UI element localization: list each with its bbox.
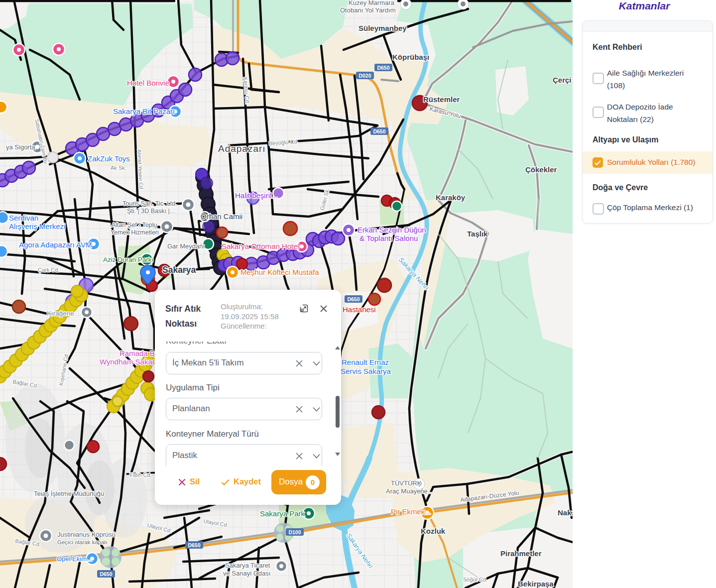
svg-text:Touris San. Tic. Ltd.: Touris San. Tic. Ltd. (122, 200, 177, 207)
svg-text:Geçici olarak kapalı: Geçici olarak kapalı (57, 539, 107, 545)
svg-text:Nak...: Nak... (558, 508, 573, 517)
svg-text:D100: D100 (288, 529, 301, 535)
svg-text:Kozluk: Kozluk (421, 527, 446, 535)
svg-text:Şti. | 3D Baskı |...: Şti. | 3D Baskı |... (127, 208, 175, 215)
svg-text:Serdivan: Serdivan (9, 214, 38, 222)
svg-text:Renault Ernaz: Renault Ernaz (342, 358, 389, 366)
svg-text:ZakZuk Toys: ZakZuk Toys (88, 154, 130, 163)
svg-text:Fatih Cd.: Fatih Cd. (129, 472, 152, 478)
svg-text:Meşhur Köfteci Mustafa: Meşhur Köfteci Mustafa (240, 268, 319, 276)
svg-text:ya Sigorta: ya Sigorta (6, 143, 35, 151)
svg-text:Alışveriş Merkezi: Alışveriş Merkezi (9, 222, 65, 231)
svg-text:Gar Meydanı: Gar Meydanı (167, 242, 205, 250)
svg-text:Sakarya Bit Pazarı: Sakarya Bit Pazarı (113, 107, 175, 116)
svg-text:Ak Sk.: Ak Sk. (111, 165, 126, 171)
svg-text:TÜVTÜRK: TÜVTÜRK (391, 479, 422, 487)
svg-text:Pir Ekmek...: Pir Ekmek... (391, 507, 431, 516)
svg-text:Kırağene: Kırağene (47, 310, 74, 317)
svg-text:ve Sanayi Odası: ve Sanayi Odası (223, 570, 270, 577)
svg-text:D650: D650 (347, 296, 359, 302)
svg-text:Hotel Bonvie: Hotel Bonvie (127, 79, 169, 87)
svg-text:Araç Muayene...: Araç Muayene... (386, 487, 433, 495)
svg-text:Çark Cd.: Çark Cd. (38, 267, 59, 273)
svg-text:Aziz Duran Parkı: Aziz Duran Parkı (103, 256, 153, 263)
svg-text:Çökekler: Çökekler (525, 165, 557, 174)
svg-text:D650: D650 (377, 65, 389, 71)
svg-text:Otobanı Yol Yardım: Otobanı Yol Yardım (340, 6, 396, 14)
svg-text:D650: D650 (188, 542, 200, 548)
svg-text:D650: D650 (373, 128, 385, 134)
svg-text:Erkan Sezgin Düğün: Erkan Sezgin Düğün (358, 226, 426, 234)
svg-text:Rüstemler: Rüstemler (423, 95, 460, 104)
svg-text:Sakarya Ticaret: Sakarya Ticaret (225, 562, 270, 569)
svg-text:D650: D650 (100, 571, 112, 577)
svg-text:Sakarya Park: Sakarya Park (260, 509, 305, 518)
svg-text:Kuzey Marmara: Kuzey Marmara (349, 0, 395, 6)
svg-text:Hastanesi: Hastanesi (343, 305, 376, 314)
svg-text:Teiaş İşletme Müdürlüğü: Teiaş İşletme Müdürlüğü (34, 490, 104, 497)
svg-text:Pirahmetler: Pirahmetler (500, 549, 542, 558)
svg-text:Justinianus Köprüsü: Justinianus Köprüsü (57, 531, 116, 538)
svg-text:Agora Adapazarı AVM: Agora Adapazarı AVM (19, 240, 92, 249)
svg-text:D020: D020 (358, 73, 371, 79)
svg-text:Halit beşiril...: Halit beşiril... (235, 191, 278, 200)
svg-text:Karaköy: Karaköy (436, 193, 466, 202)
svg-text:Adapazarı: Adapazarı (218, 143, 266, 154)
svg-text:Süleymanbey: Süleymanbey (358, 24, 407, 32)
svg-text:Wyndham Sakarya: Wyndham Sakarya (100, 357, 163, 366)
svg-text:Bekirpaşa: Bekirpaşa (518, 580, 554, 588)
svg-text:Altan Şef - Toplu: Altan Şef - Toplu (112, 222, 157, 229)
svg-text:Opel Ekim...: Opel Ekim... (57, 555, 92, 563)
svg-text:Yemek Hizmetleri: Yemek Hizmetleri (111, 229, 159, 236)
svg-text:Sakarya: Sakarya (162, 265, 196, 275)
svg-text:Servis Sakarya: Servis Sakarya (341, 367, 391, 375)
svg-text:Çerçi: Çerçi (553, 76, 572, 84)
svg-text:Sakarya Ottoman Hotel: Sakarya Ottoman Hotel (222, 242, 299, 250)
svg-text:Orhan Camii: Orhan Camii (201, 212, 242, 221)
svg-text:Ramada By: Ramada By (119, 349, 159, 357)
svg-text:Köprübaşı: Köprübaşı (392, 53, 429, 61)
svg-text:Söğüt Cd.: Söğüt Cd. (463, 577, 487, 583)
svg-text:& Toplantı Salonu: & Toplantı Salonu (359, 234, 418, 242)
svg-text:Taşlık: Taşlık (467, 230, 488, 238)
